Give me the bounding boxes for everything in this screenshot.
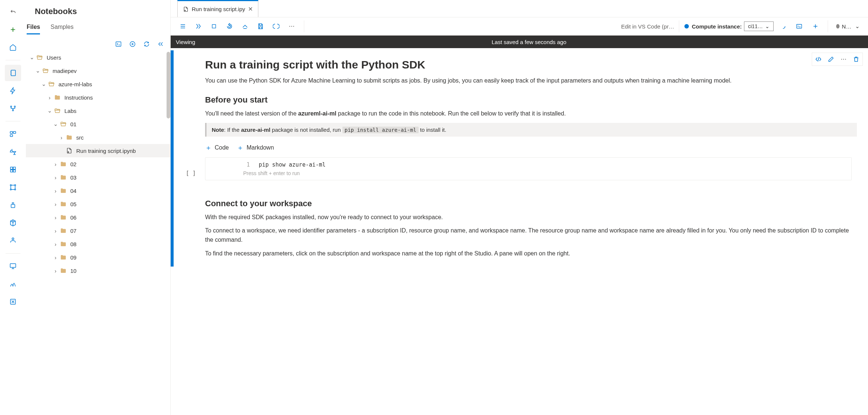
cell-more-icon[interactable] xyxy=(838,54,849,65)
svg-rect-15 xyxy=(11,204,15,207)
folder-icon xyxy=(59,214,67,221)
svg-rect-5 xyxy=(13,131,16,133)
terminal-icon[interactable] xyxy=(113,39,124,49)
tree-folder[interactable]: ›06 xyxy=(26,211,170,224)
folder-open-icon xyxy=(41,67,50,74)
close-icon[interactable]: ✕ xyxy=(248,6,253,13)
collapse-icon[interactable] xyxy=(155,39,166,49)
chevron-right-icon: › xyxy=(46,94,53,101)
edit-cell-icon[interactable] xyxy=(825,54,837,65)
svg-point-30 xyxy=(843,59,844,60)
tree-folder[interactable]: ›05 xyxy=(26,197,170,211)
tree-folder[interactable]: ›09 xyxy=(26,251,170,264)
pipelines-icon[interactable] xyxy=(5,179,21,195)
tree-01[interactable]: ⌄ 01 xyxy=(26,117,170,131)
notebooks-icon[interactable] xyxy=(5,65,21,81)
cell-exec-count: [ ] xyxy=(186,170,196,177)
cell-action-bar xyxy=(812,53,863,66)
variables-icon[interactable] xyxy=(269,20,283,33)
automl-icon[interactable] xyxy=(5,83,21,99)
tree-user[interactable]: ⌄ madiepev xyxy=(26,64,170,77)
edit-vscode-button[interactable]: Edit in VS Code (pr… xyxy=(614,23,674,30)
tab-samples[interactable]: Samples xyxy=(50,20,73,34)
status-saved: Last saved a few seconds ago xyxy=(492,39,566,45)
tab-files[interactable]: Files xyxy=(27,20,40,34)
tree-label: 05 xyxy=(70,201,77,207)
code-text: pip show azure-ai-ml xyxy=(259,161,326,168)
folder-icon xyxy=(65,134,73,141)
tree-src[interactable]: › src xyxy=(26,131,170,144)
data-icon[interactable] xyxy=(5,126,21,142)
endpoints-icon[interactable] xyxy=(5,232,21,249)
tree-folder[interactable]: ›03 xyxy=(26,171,170,184)
svg-point-13 xyxy=(10,189,11,190)
datastores-icon[interactable] xyxy=(5,276,21,292)
plus-icon: ＋ xyxy=(205,143,212,152)
run-all-icon[interactable] xyxy=(191,20,205,33)
notebook-tab[interactable]: Run training script.ipy ✕ xyxy=(177,0,258,17)
add-code-button[interactable]: ＋Code xyxy=(205,143,229,152)
environments-icon[interactable] xyxy=(5,197,21,213)
svg-point-3 xyxy=(12,110,13,111)
folder-open-icon xyxy=(47,81,56,87)
code-cell[interactable]: 1pip show azure-ai-ml Press shift + ente… xyxy=(205,157,852,180)
chevron-right-icon: › xyxy=(52,188,59,194)
save-icon[interactable] xyxy=(254,20,268,33)
tree-folder[interactable]: ›07 xyxy=(26,224,170,237)
compute-add-icon[interactable] xyxy=(808,20,822,33)
jobs-icon[interactable] xyxy=(5,144,21,160)
stop-icon[interactable] xyxy=(207,20,221,33)
components-icon[interactable] xyxy=(5,161,21,178)
tree-label: 09 xyxy=(70,254,77,261)
svg-point-14 xyxy=(14,189,16,190)
designer-icon[interactable] xyxy=(5,100,21,117)
toggle-code-icon[interactable] xyxy=(813,54,824,65)
markdown-cell[interactable]: Run a training script with the Python SD… xyxy=(174,50,868,267)
chevron-down-icon: ⌄ xyxy=(765,23,770,29)
tree-folder[interactable]: ›04 xyxy=(26,184,170,197)
refresh-icon[interactable] xyxy=(141,39,152,49)
svg-rect-23 xyxy=(212,24,215,28)
restart-icon[interactable] xyxy=(222,20,237,33)
tree-folder[interactable]: ›10 xyxy=(26,264,170,277)
svg-point-27 xyxy=(781,24,785,29)
svg-rect-9 xyxy=(10,170,13,172)
cell-paragraph: With the required SDK packages installed… xyxy=(205,213,857,222)
add-icon[interactable] xyxy=(5,21,21,38)
more-icon[interactable] xyxy=(285,20,299,33)
file-explorer: Notebooks Files Samples ⌄ Users ⌄ madiep… xyxy=(26,0,170,415)
tree-label: Labs xyxy=(64,108,77,114)
scrollbar-thumb[interactable] xyxy=(167,52,170,118)
compute-icon[interactable] xyxy=(5,258,21,274)
tree-label: 08 xyxy=(70,241,77,247)
clear-icon[interactable] xyxy=(238,20,252,33)
models-icon[interactable] xyxy=(5,215,21,231)
add-markdown-button[interactable]: ＋Markdown xyxy=(237,143,274,152)
kernel-dropdown[interactable]: No … ⌄ xyxy=(833,21,863,31)
cell-h2: Before you start xyxy=(205,95,857,105)
menu-icon[interactable] xyxy=(176,20,190,33)
add-file-icon[interactable] xyxy=(127,39,138,49)
tree-instructions[interactable]: › Instructions xyxy=(26,91,170,104)
plus-icon: ＋ xyxy=(237,143,244,152)
linked-icon[interactable] xyxy=(5,294,21,310)
tree-labs[interactable]: ⌄ Labs xyxy=(26,104,170,117)
svg-point-16 xyxy=(12,238,14,240)
cell-paragraph: You can use the Python SDK for Azure Mac… xyxy=(205,76,857,86)
tree-users[interactable]: ⌄ Users xyxy=(26,51,170,64)
compute-loading-icon[interactable] xyxy=(776,20,790,33)
back-icon[interactable] xyxy=(5,4,21,20)
delete-cell-icon[interactable] xyxy=(851,54,862,65)
svg-rect-6 xyxy=(10,135,13,137)
tree-label: azure-ml-labs xyxy=(58,81,92,87)
compute-dropdown[interactable]: ci11… ⌄ xyxy=(744,21,774,31)
compute-terminal-icon[interactable] xyxy=(792,20,806,33)
tree-repo[interactable]: ⌄ azure-ml-labs xyxy=(26,77,170,91)
svg-point-24 xyxy=(289,26,290,27)
tree-notebook-file[interactable]: Run training script.ipynb xyxy=(26,144,170,157)
home-icon[interactable] xyxy=(5,39,21,56)
tree-folder[interactable]: ›02 xyxy=(26,157,170,171)
tree-folder[interactable]: ›08 xyxy=(26,237,170,251)
svg-rect-0 xyxy=(11,70,16,76)
cell-h2: Connect to your workspace xyxy=(205,199,857,208)
